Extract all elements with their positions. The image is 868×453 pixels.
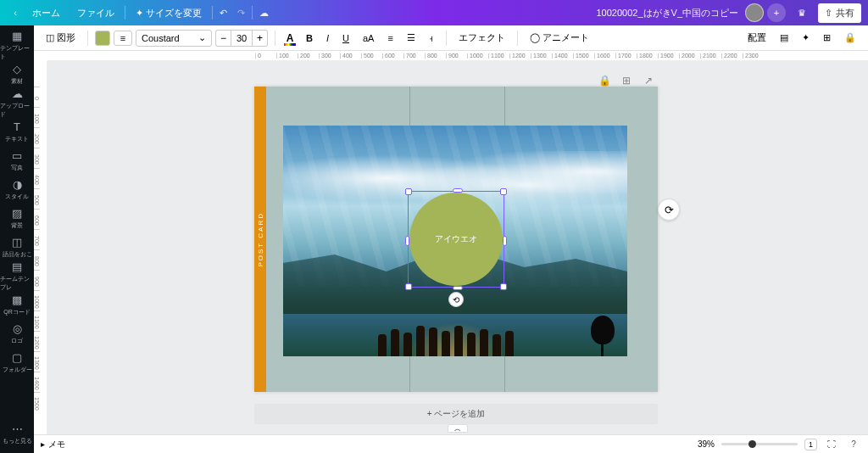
- resize-handle-br[interactable]: [500, 283, 507, 290]
- font-name: Coustard: [142, 33, 180, 43]
- add-member-button[interactable]: +: [767, 3, 786, 22]
- sidebar-label: アップロード: [0, 102, 34, 119]
- italic-button[interactable]: I: [321, 31, 334, 46]
- sidebar-label: 背景: [11, 221, 23, 230]
- font-size-decrease[interactable]: −: [215, 30, 231, 47]
- animate-button[interactable]: ◯ アニメート: [525, 29, 594, 47]
- add-page-button[interactable]: + ページを追加: [254, 404, 658, 424]
- design-page[interactable]: POST CARD アイウエオ: [254, 87, 658, 392]
- transparency-button[interactable]: ▤: [775, 30, 793, 46]
- resize-handle-ml[interactable]: [405, 236, 409, 246]
- resize-handle-tl[interactable]: [405, 188, 412, 195]
- sidebar-item-background[interactable]: ▨背景: [0, 204, 34, 232]
- resize-handle-bm[interactable]: [453, 286, 463, 290]
- styles-icon: ◑: [10, 177, 24, 191]
- document-title[interactable]: 10020002_はがきV_中国のコピー: [596, 7, 738, 20]
- separator: [517, 31, 518, 46]
- floating-rotate-button[interactable]: ⟳: [658, 199, 680, 221]
- help-button[interactable]: ?: [846, 437, 861, 452]
- home-menu[interactable]: ホーム: [24, 7, 69, 20]
- zoom-slider[interactable]: [721, 443, 798, 445]
- sidebar-item-photos[interactable]: ▭写真: [0, 146, 34, 175]
- sidebar-label: 語品をおこ: [3, 250, 32, 259]
- sidebar-label: ロゴ: [11, 337, 23, 345]
- sidebar-item-products[interactable]: ◫語品をおこ: [0, 232, 34, 261]
- text-color-button[interactable]: A: [282, 31, 298, 46]
- font-size-input[interactable]: 30: [231, 30, 253, 47]
- redo-button[interactable]: ↷: [232, 8, 250, 19]
- sidebar-item-folders[interactable]: ▢フォルダー: [0, 348, 34, 377]
- resize-handle-tm[interactable]: [453, 188, 463, 193]
- fullscreen-button[interactable]: ⛶: [824, 437, 839, 452]
- lock-button[interactable]: 🔒: [839, 30, 861, 46]
- shape-button[interactable]: ◫ 図形: [41, 29, 81, 47]
- sidebar-label: チームテンプレ: [0, 275, 34, 292]
- divider: [125, 6, 125, 20]
- position-button[interactable]: 配置: [743, 29, 771, 47]
- crown-icon[interactable]: ♛: [791, 3, 813, 22]
- bold-button[interactable]: B: [301, 31, 318, 46]
- fill-color-swatch[interactable]: [95, 31, 110, 46]
- sidebar-item-more[interactable]: ⋯もっと見る: [0, 419, 34, 448]
- font-family-select[interactable]: Coustard⌄: [136, 30, 212, 47]
- separator: [87, 31, 88, 46]
- sidebar-item-elements[interactable]: ◇素材: [0, 59, 34, 88]
- file-menu[interactable]: ファイル: [69, 7, 123, 20]
- sidebar-item-team-templates[interactable]: ▤チームテンプレ: [0, 261, 34, 290]
- orange-strip[interactable]: POST CARD: [254, 87, 266, 392]
- cloud-sync-icon[interactable]: ☁: [254, 8, 274, 19]
- underline-button[interactable]: U: [337, 31, 354, 46]
- sidebar-item-uploads[interactable]: ☁アップロード: [0, 88, 34, 117]
- page-collapse-button[interactable]: ︿: [448, 424, 468, 433]
- share-button[interactable]: ⇧ 共有: [818, 3, 861, 23]
- vertical-ruler: 0100200300400500600700800900100011001200…: [34, 61, 47, 434]
- animate-label: アニメート: [542, 31, 589, 44]
- divider: [212, 6, 213, 20]
- user-avatar[interactable]: [745, 3, 764, 22]
- copy-style-button[interactable]: ⊞: [818, 30, 836, 46]
- sidebar-label: 素材: [11, 77, 23, 86]
- horizontal-ruler: 0100200300400500600700800900100011001200…: [47, 51, 868, 61]
- logo-icon: ◎: [10, 322, 24, 335]
- notes-label: メモ: [48, 439, 65, 450]
- sidebar-label: QRコード: [3, 308, 31, 316]
- sidebar-item-qrcode[interactable]: ▩QRコード: [0, 290, 34, 319]
- sidebar-label: 写真: [11, 164, 23, 172]
- resize-handle-mr[interactable]: [503, 236, 507, 246]
- photos-icon: ▭: [10, 148, 24, 162]
- sidebar-item-styles[interactable]: ◑スタイル: [0, 175, 34, 204]
- sidebar-item-text[interactable]: Tテキスト: [0, 117, 34, 146]
- products-icon: ◫: [10, 235, 24, 249]
- border-style-button[interactable]: ≡: [114, 31, 132, 46]
- sidebar-item-templates[interactable]: ▦テンプレート: [0, 31, 34, 59]
- zoom-level[interactable]: 39%: [698, 439, 715, 449]
- sidebar-label: もっと見る: [3, 437, 32, 445]
- effects-button[interactable]: エフェクト: [453, 29, 510, 47]
- back-button[interactable]: ‹: [7, 8, 24, 18]
- font-size-increase[interactable]: +: [253, 30, 268, 47]
- spacing-button[interactable]: ⫞: [424, 31, 439, 46]
- rotate-handle[interactable]: ⟲: [448, 292, 464, 307]
- selection-box: ⟲: [408, 191, 504, 288]
- undo-button[interactable]: ↶: [214, 8, 232, 19]
- resize-handle-bl[interactable]: [405, 283, 412, 290]
- case-button[interactable]: aA: [358, 31, 379, 46]
- separator: [446, 31, 447, 46]
- canvas-area[interactable]: 🔒 ⊞ ↗ POST CARD: [47, 61, 868, 434]
- resize-handle-tr[interactable]: [500, 188, 507, 195]
- notes-button[interactable]: ▸ メモ: [41, 439, 65, 450]
- resize-label: サイズを変更: [146, 8, 202, 18]
- link-button[interactable]: ✦: [797, 30, 815, 46]
- sidebar-item-logo[interactable]: ◎ロゴ: [0, 319, 34, 348]
- resize-menu[interactable]: ✦ サイズを変更: [127, 7, 210, 20]
- page-indicator[interactable]: 1: [804, 439, 817, 450]
- folder-icon: ▢: [10, 350, 24, 364]
- list-button[interactable]: ☰: [402, 30, 420, 46]
- top-bar: ‹ ホーム ファイル ✦ サイズを変更 ↶ ↷ ☁ 10020002_はがきV_…: [0, 0, 868, 25]
- left-sidebar: ▦テンプレート ◇素材 ☁アップロード Tテキスト ▭写真 ◑スタイル ▨背景 …: [0, 25, 34, 453]
- sidebar-label: テンプレート: [0, 44, 34, 61]
- qrcode-icon: ▩: [10, 293, 24, 306]
- align-button[interactable]: ≡: [382, 31, 398, 46]
- tree-silhouette: [591, 316, 615, 356]
- context-toolbar: ◫ 図形 ≡ Coustard⌄ − 30 + A B I U aA ≡ ☰ ⫞…: [34, 25, 868, 51]
